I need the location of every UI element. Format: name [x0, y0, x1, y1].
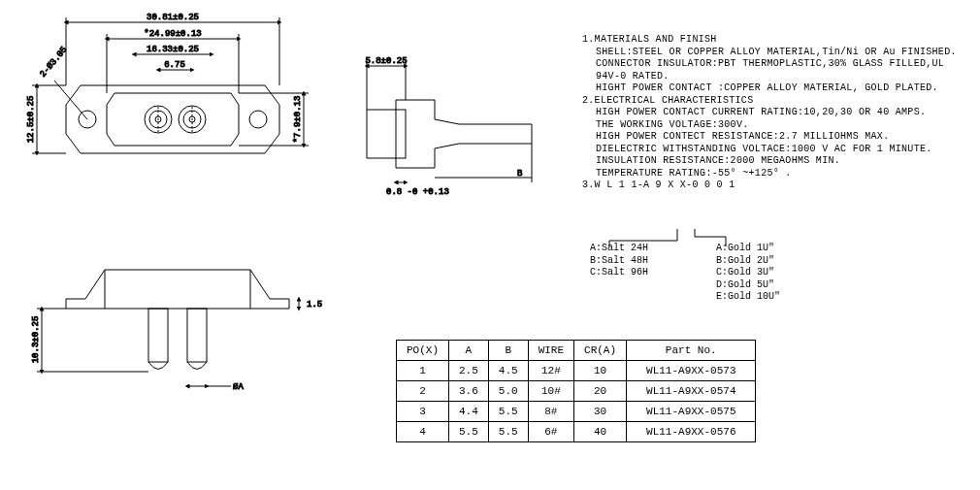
- gold-c: C:Gold 3U″: [687, 267, 774, 279]
- note-temp: TEMPERATURE RATING:-55° ~+125° .: [582, 168, 970, 180]
- col-cr: CR(A): [574, 341, 627, 361]
- spec-table: PO(X) A B WIRE CR(A) Part No. 12.54.512#…: [396, 340, 756, 442]
- dim-lip: 1.5: [307, 300, 322, 310]
- svg-rect-35: [187, 309, 207, 362]
- dim-height-left: 12.5±0.25: [26, 96, 36, 144]
- gold-b: B:Gold 2U″: [687, 255, 774, 268]
- dim-depth: 10.3±0.25: [31, 316, 41, 364]
- note-shell: SHELL:STEEL OR COPPER ALLOY MATERIAL,Tin…: [582, 47, 970, 59]
- code-tree: A:Salt 24HA:Gold 1U″ B:Salt 48HB:Gold 2U…: [590, 243, 780, 304]
- col-po: PO(X): [397, 341, 449, 361]
- dim-pitch: 6.75: [164, 60, 185, 70]
- dim-inner-width: *24.99±0.13: [144, 29, 201, 39]
- gold-d: D:Gold 5U″: [687, 279, 774, 292]
- gold-e: E:Gold 10U″: [687, 291, 780, 304]
- svg-point-7: [249, 111, 267, 128]
- note-resistance: HIGH POWER CONTECT RESISTANCE:2.7 MILLIO…: [582, 131, 970, 144]
- note-dielectric: DIELECTRIC WITHSTANDING VOLTACE:1000 V A…: [582, 144, 970, 156]
- salt-b: B:Salt 48H: [590, 255, 687, 268]
- salt-c: C:Salt 96H: [590, 267, 687, 279]
- svg-line-24: [54, 81, 87, 119]
- dim-height-right: *7.9±0.13: [293, 96, 303, 144]
- dim-side-top: 5.8±0.25: [365, 56, 407, 66]
- note-voltage: THE WORKING VOLTAGE:300V.: [582, 119, 970, 132]
- dim-overall-width: 30.81±0.25: [147, 13, 199, 22]
- note-current: HIGH POWER CONTACT CURRENT RATING:10,20,…: [582, 107, 970, 119]
- col-wire: WIRE: [528, 341, 573, 361]
- col-a: A: [449, 341, 489, 361]
- dim-contact-spacing: 16.33±0.25: [147, 45, 199, 54]
- dim-diameter-a: ØA: [233, 382, 244, 392]
- note-3-title: 3.W L 1 1-A 9 X X-0 0 0 1: [582, 180, 970, 192]
- table-row: 12.54.512#10WL11-A9XX-0573: [397, 361, 756, 381]
- note-1-title: 1.MATERIALS AND FINISH: [582, 34, 970, 47]
- table-row: 23.65.010#20WL11-A9XX-0574: [397, 381, 756, 402]
- dim-b-label: B: [517, 169, 523, 179]
- note-contact: HIGHT POWER CONTACT :COPPER ALLOY MATERI…: [582, 82, 970, 95]
- table-row: 45.55.56#40WL11-A9XX-0576: [397, 422, 756, 442]
- note-2-title: 2.ELECTRICAL CHARACTERISTICS: [582, 95, 970, 108]
- note-insulation: INSULATION RESISTANCE:2000 MEGAOHMS MIN.: [582, 155, 970, 168]
- note-connector: CONNECTOR INSULATOR:PBT THERMOPLASTIC,30…: [582, 58, 970, 82]
- dim-mount-hole: 2-Ø3.05: [38, 45, 69, 79]
- dim-thickness: 0.8 -0 +0.13: [386, 187, 449, 197]
- notes-block: 1.MATERIALS AND FINISH SHELL:STEEL OR CO…: [582, 34, 970, 192]
- svg-rect-34: [148, 309, 168, 362]
- col-part: Part No.: [627, 341, 756, 361]
- table-header-row: PO(X) A B WIRE CR(A) Part No.: [397, 341, 756, 361]
- svg-rect-25: [396, 110, 406, 158]
- col-b: B: [488, 341, 528, 361]
- table-row: 34.45.58#30WL11-A9XX-0575: [397, 402, 756, 422]
